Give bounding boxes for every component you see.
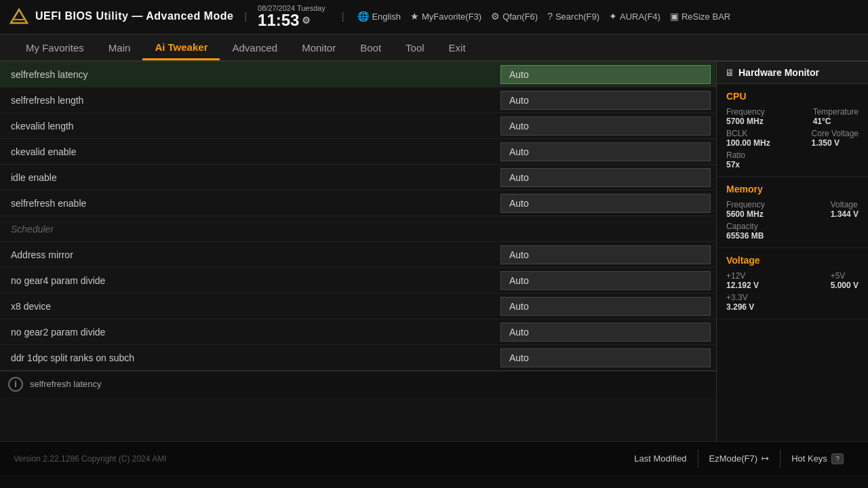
footer-actions: Last Modified EzMode(F7) ↦ Hot Keys ? — [623, 449, 854, 468]
ratio-value: 57x — [726, 160, 745, 169]
setting-label: ckevalid length — [0, 115, 500, 137]
mem-voltage-label: Voltage — [831, 200, 859, 209]
table-row: Scheduler — [0, 216, 716, 242]
setting-label: ckevalid enable — [0, 141, 500, 163]
last-modified-button[interactable]: Last Modified — [623, 449, 697, 468]
aura-tool[interactable]: ✦ AURA(F4) — [609, 11, 660, 22]
table-row[interactable]: Address mirror Auto — [0, 242, 716, 268]
nav-my-favorites[interactable]: My Favorites — [14, 37, 96, 59]
table-row[interactable]: selfrefresh enable Auto — [0, 190, 716, 216]
svg-marker-0 — [11, 9, 27, 23]
language-tool[interactable]: 🌐 English — [357, 11, 401, 22]
cpu-bclk-row: BCLK 100.00 MHz Core Voltage 1.350 V — [726, 129, 859, 148]
v12-value: 12.192 V — [726, 281, 759, 290]
nav-ai-tweaker[interactable]: Ai Tweaker — [142, 36, 220, 60]
hw-monitor-panel: 🖥 Hardware Monitor CPU Frequency 5700 MH… — [716, 62, 868, 441]
main-layout: selfrefresh latency Auto selfrefresh len… — [0, 62, 868, 441]
setting-label: selfrefresh length — [0, 89, 500, 111]
category-label: Scheduler — [0, 220, 716, 239]
ez-mode-button[interactable]: EzMode(F7) ↦ — [698, 449, 781, 468]
header-divider2: | — [342, 11, 344, 22]
value-dropdown[interactable]: Auto — [500, 142, 711, 161]
setting-value-box: Auto — [500, 245, 711, 264]
favorite-icon: ★ — [410, 11, 419, 22]
setting-value-box: Auto — [500, 348, 711, 367]
value-dropdown[interactable]: Auto — [500, 271, 711, 290]
mem-capacity-value: 65536 MB — [726, 231, 764, 241]
aura-label: AURA(F4) — [620, 12, 660, 22]
memory-section-title: Memory — [726, 184, 859, 195]
setting-label: Address mirror — [0, 244, 500, 266]
aura-icon: ✦ — [609, 11, 617, 22]
nav-monitor[interactable]: Monitor — [290, 37, 348, 59]
value-dropdown[interactable]: Auto — [500, 91, 711, 110]
hw-monitor-header: 🖥 Hardware Monitor — [717, 62, 868, 84]
nav-exit[interactable]: Exit — [437, 37, 478, 59]
qfan-tool[interactable]: ⚙ Qfan(F6) — [491, 11, 538, 22]
resizebar-icon: ▣ — [670, 11, 679, 22]
voltage-section-title: Voltage — [726, 255, 859, 266]
value-dropdown[interactable]: Auto — [500, 245, 711, 264]
qfan-label: Qfan(F6) — [502, 12, 538, 22]
setting-label: idle enable — [0, 167, 500, 188]
setting-value-box: Auto — [500, 271, 711, 290]
time-display: 11:53 ⚙ — [258, 12, 311, 28]
table-row[interactable]: idle enable Auto — [0, 165, 716, 190]
value-dropdown[interactable]: Auto — [500, 194, 711, 213]
cpu-section: CPU Frequency 5700 MHz Temperature 41°C … — [717, 84, 868, 177]
value-dropdown[interactable]: Auto — [500, 323, 711, 342]
search-label: Search(F9) — [555, 12, 599, 22]
value-dropdown[interactable]: Auto — [500, 117, 711, 136]
nav-tool[interactable]: Tool — [393, 37, 437, 59]
voltage-12-5-row: +12V 12.192 V +5V 5.000 V — [726, 271, 859, 290]
ratio-label: Ratio — [726, 150, 745, 160]
setting-label: selfrefresh enable — [0, 192, 500, 214]
info-bar: i selfrefresh latency — [0, 371, 716, 396]
nav-main[interactable]: Main — [96, 37, 143, 59]
hot-keys-badge: ? — [831, 453, 844, 464]
myfavorite-tool[interactable]: ★ MyFavorite(F3) — [410, 11, 481, 22]
mem-capacity-label: Capacity — [726, 222, 764, 231]
core-voltage-value: 1.350 V — [812, 138, 859, 148]
table-row[interactable]: selfrefresh length Auto — [0, 87, 716, 113]
v5-label: +5V — [831, 271, 859, 281]
table-row[interactable]: x8 device Auto — [0, 293, 716, 319]
hot-keys-button[interactable]: Hot Keys ? — [780, 449, 854, 468]
voltage-33-row: +3.3V 3.296 V — [726, 293, 859, 312]
bclk-value: 100.00 MHz — [726, 138, 770, 148]
table-row[interactable]: selfrefresh latency Auto — [0, 62, 716, 87]
nav-advanced[interactable]: Advanced — [220, 37, 290, 59]
setting-label: selfrefresh latency — [0, 64, 500, 85]
mem-frequency-label: Frequency — [726, 200, 765, 209]
mem-voltage-value: 1.344 V — [831, 209, 859, 219]
myfavorite-label: MyFavorite(F3) — [422, 12, 481, 22]
core-voltage-label: Core Voltage — [812, 129, 859, 138]
cpu-ratio-row: Ratio 57x — [726, 150, 859, 169]
hot-keys-label: Hot Keys — [791, 453, 827, 464]
last-modified-label: Last Modified — [634, 453, 686, 464]
value-dropdown[interactable]: Auto — [500, 297, 711, 316]
table-row[interactable]: ddr 1dpc split ranks on subch Auto — [0, 345, 716, 371]
logo-area: UEFI BIOS Utility — Advanced Mode — [8, 5, 233, 27]
setting-label: x8 device — [0, 296, 500, 317]
resizebar-tool[interactable]: ▣ ReSize BAR — [670, 11, 730, 22]
value-dropdown[interactable]: Auto — [500, 65, 711, 84]
value-dropdown[interactable]: Auto — [500, 348, 711, 367]
ez-mode-icon: ↦ — [762, 453, 769, 464]
table-row[interactable]: ckevalid length Auto — [0, 113, 716, 139]
table-row[interactable]: no gear4 param divide Auto — [0, 268, 716, 293]
setting-label: no gear4 param divide — [0, 270, 500, 291]
language-icon: 🌐 — [357, 11, 369, 22]
table-row[interactable]: no gear2 param divide Auto — [0, 319, 716, 345]
header-top: UEFI BIOS Utility — Advanced Mode | 08/2… — [8, 4, 860, 28]
bclk-label: BCLK — [726, 129, 770, 138]
search-tool[interactable]: ? Search(F9) — [547, 11, 599, 22]
search-icon: ? — [547, 11, 553, 22]
setting-value-box: Auto — [500, 142, 711, 161]
v33-label: +3.3V — [726, 293, 754, 302]
settings-gear-icon[interactable]: ⚙ — [302, 16, 311, 25]
mem-frequency-value: 5600 MHz — [726, 209, 765, 219]
nav-boot[interactable]: Boot — [348, 37, 393, 59]
value-dropdown[interactable]: Auto — [500, 168, 711, 187]
table-row[interactable]: ckevalid enable Auto — [0, 139, 716, 165]
